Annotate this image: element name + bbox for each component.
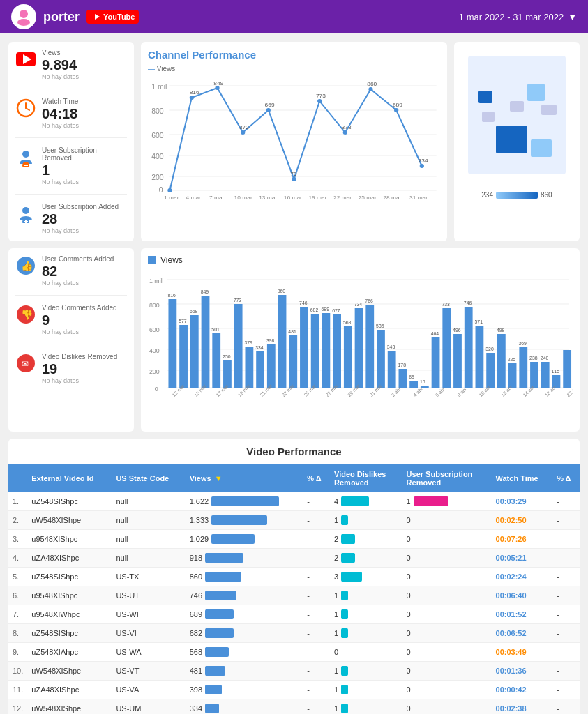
row-pct1: -: [303, 586, 330, 605]
watchtime-label: Watch Time: [42, 98, 127, 105]
svg-text:372: 372: [239, 124, 249, 130]
row-watch-time: 00:01:52: [492, 605, 553, 624]
row-watch-time: 00:03:49: [492, 643, 553, 662]
svg-text:0: 0: [159, 186, 163, 194]
row-num: 11.: [8, 681, 27, 699]
svg-rect-126: [388, 351, 396, 388]
svg-text:334: 334: [255, 345, 264, 350]
row-views: 568: [186, 643, 303, 662]
svg-text:498: 498: [497, 328, 505, 333]
views-bar: [205, 647, 229, 657]
row-watch-time: 00:01:36: [492, 662, 553, 681]
th-pct2: % Δ: [552, 464, 580, 492]
svg-point-36: [368, 87, 372, 91]
porter-logo-icon: [11, 4, 36, 29]
top-row: Views 9.894 No hay datos Watch Time 04:1…: [8, 42, 580, 241]
th-watch-time: Watch Time: [492, 464, 553, 492]
sub-bar: [414, 496, 448, 506]
th-pct1: % Δ: [303, 464, 330, 492]
svg-text:👍: 👍: [21, 260, 33, 272]
th-video-id: External Video Id: [27, 464, 112, 492]
svg-text:669: 669: [265, 102, 275, 108]
row-views: 1.622: [186, 492, 303, 511]
svg-point-34: [317, 99, 322, 103]
row-dislikes: 2: [330, 530, 402, 549]
svg-rect-86: [168, 299, 176, 388]
stats-card-top: Views 9.894 No hay datos Watch Time 04:1…: [8, 42, 134, 241]
row-pct1: -: [303, 681, 330, 699]
row-sub-removed: 0: [402, 624, 492, 643]
svg-text:746: 746: [464, 301, 472, 305]
svg-text:464: 464: [431, 331, 439, 336]
svg-text:1 mil: 1 mil: [149, 278, 163, 284]
svg-point-37: [394, 108, 398, 112]
row-watch-time: 00:06:40: [492, 586, 553, 605]
stat-user-comments: 👍 User Comments Added 82 No hay datos: [15, 255, 127, 296]
table-row: 10. uW548XIShpe US-VT 481 - 1 0 00:01:36…: [8, 662, 580, 681]
views-value: 9.894: [42, 58, 127, 72]
dislikes-bar: [341, 628, 348, 638]
views-bar: [205, 572, 241, 582]
dislikes-bar: [341, 591, 348, 600]
svg-text:65: 65: [409, 374, 414, 379]
svg-rect-106: [278, 295, 287, 388]
svg-rect-134: [432, 337, 440, 388]
svg-text:496: 496: [453, 328, 461, 333]
row-state: US-UM: [112, 699, 185, 715]
svg-point-38: [420, 164, 424, 168]
row-pct2: -: [552, 568, 580, 586]
row-num: 8.: [8, 624, 27, 643]
table-row: 4. uZA48XIShpc null 918 - 2 0 00:05:21 -: [8, 549, 580, 568]
table-row: 11. uZA48XIShpc US-VA 398 - 1 0 00:00:42…: [8, 681, 580, 699]
stat-watchtime: Watch Time 04:18 No hay datos: [15, 98, 127, 138]
row-pct1: -: [303, 568, 330, 586]
bar-legend-label: Views: [160, 255, 183, 265]
row-pct1: -: [303, 643, 330, 662]
middle-row: 👍 User Comments Added 82 No hay datos 👎 …: [8, 248, 580, 432]
row-pct1: -: [303, 530, 330, 549]
row-dislikes: 4: [330, 492, 402, 511]
svg-rect-122: [365, 305, 374, 388]
svg-text:535: 535: [376, 324, 384, 328]
svg-text:689: 689: [322, 307, 330, 312]
table-row: 6. u9548XIShpc US-UT 746 - 1 0 00:06:40 …: [8, 586, 580, 605]
row-video-id: uZ548XIAhpc: [27, 643, 112, 662]
youtube-icon: [15, 49, 36, 70]
svg-text:115: 115: [552, 369, 560, 374]
row-video-id: uZA48XIShpc: [27, 549, 112, 568]
dislikes-removed-sub: No hay datos: [42, 377, 127, 384]
svg-text:816: 816: [190, 89, 199, 96]
row-sub-removed: 0: [402, 568, 492, 586]
dislikes-bar: [341, 666, 348, 676]
header-date-range[interactable]: 1 mar 2022 - 31 mar 2022 ▼: [459, 12, 577, 22]
th-num: [8, 464, 27, 492]
row-pct2: -: [552, 511, 580, 530]
row-dislikes: 1: [330, 699, 402, 715]
table-row: 7. u9548XIWhpc US-WI 689 - 1 0 00:01:52 …: [8, 605, 580, 624]
svg-rect-110: [300, 307, 308, 388]
dislikes-bar: [341, 515, 348, 525]
svg-text:13 mar: 13 mar: [259, 195, 277, 201]
thumbs-down-icon: 👎: [15, 304, 36, 325]
svg-text:31 mar: 31 mar: [409, 195, 428, 201]
dislikes-bar: [341, 704, 348, 713]
dislikes-removed-label: Video Dislikes Removed: [42, 353, 127, 360]
svg-text:689: 689: [393, 102, 402, 108]
svg-text:600: 600: [149, 326, 160, 333]
th-views[interactable]: Views ▼: [186, 464, 303, 492]
svg-rect-61: [496, 126, 527, 153]
svg-text:577: 577: [179, 319, 187, 324]
row-watch-time: 00:03:29: [492, 492, 553, 511]
row-video-id: u9548XIShpc: [27, 530, 112, 549]
views-bar: [211, 515, 267, 525]
row-video-id: u9548XIShpc: [27, 586, 112, 605]
row-views: 1.333: [186, 511, 303, 530]
svg-rect-108: [289, 335, 297, 388]
svg-text:849: 849: [213, 80, 223, 86]
row-video-id: uW548XIShpe: [27, 662, 112, 681]
svg-rect-158: [563, 350, 571, 388]
table-row: 12. uW548XIShpe US-UM 334 - 1 0 00:02:38…: [8, 699, 580, 715]
sub-removed-sub: No hay datos: [42, 178, 127, 185]
row-num: 4.: [8, 549, 27, 568]
map-min: 234: [481, 191, 493, 199]
